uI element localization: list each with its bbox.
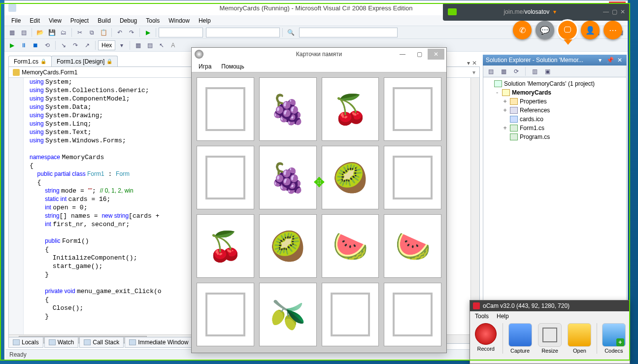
card-back[interactable] [384, 146, 441, 209]
editor-vscrollbar[interactable] [470, 78, 479, 334]
sol-showall-icon[interactable]: ▦ [498, 66, 509, 77]
menu-tools[interactable]: Tools [142, 16, 164, 25]
tree-node[interactable]: +References [484, 106, 625, 115]
game-maximize-button[interactable]: ▢ [411, 49, 428, 60]
sol-viewdesign-icon[interactable]: ▣ [542, 66, 553, 77]
ocam-menu-help[interactable]: Help [494, 312, 512, 321]
step-over-icon[interactable]: ↷ [70, 40, 81, 51]
menu-view[interactable]: View [45, 16, 66, 25]
jm-screen-button[interactable]: 🖵 [558, 21, 577, 39]
joinme-bar[interactable]: join.me/volosatov ▾ — ▢ ✕ [443, 3, 630, 21]
tabs-close-icon[interactable]: ✕ [472, 60, 477, 66]
copy-icon[interactable]: ⧉ [86, 27, 97, 38]
menu-build[interactable]: Build [94, 16, 115, 25]
undo-icon[interactable]: ↶ [114, 27, 125, 38]
menu-debug[interactable]: Debug [116, 16, 141, 25]
game-menu-item[interactable]: Помощь [217, 62, 248, 71]
tb2-dd-icon[interactable]: ▾ [116, 40, 127, 51]
card-blackberry[interactable]: 🍇 [259, 146, 317, 209]
ocam-open-button[interactable]: Open [567, 323, 592, 354]
menu-window[interactable]: Window [165, 16, 194, 25]
pause-icon[interactable]: ⏸ [18, 40, 29, 51]
bottom-tab-immediate-window[interactable]: Immediate Window [125, 337, 193, 348]
tree-node[interactable]: Program.cs [484, 132, 625, 141]
card-cherry[interactable]: 🍒 [322, 77, 379, 141]
card-gooseberry[interactable]: 🥝 [322, 146, 379, 209]
card-back[interactable] [384, 283, 441, 346]
game-minimize-button[interactable]: — [394, 49, 411, 60]
joinme-url[interactable]: join.me/volosatov ▾ [462, 8, 598, 15]
pointer-icon[interactable]: ↖ [156, 40, 167, 51]
card-cherry[interactable]: 🍒 [197, 214, 254, 278]
jm-more-button[interactable]: ⋯ [604, 21, 622, 39]
ocam-window[interactable]: oCam v32.0 (443, 92, 1280, 720) ToolsHel… [470, 300, 630, 364]
expander-icon[interactable]: + [502, 98, 508, 105]
sol-dd-icon[interactable]: ▾ [596, 56, 604, 64]
class-dd-icon[interactable]: ▾ [472, 69, 475, 76]
jm-close-icon[interactable]: ✕ [620, 8, 625, 15]
tree-node[interactable]: +Properties [484, 97, 625, 106]
bottom-tab-call-stack[interactable]: Call Stack [79, 337, 124, 348]
tree-node[interactable]: +Form1.cs [484, 124, 625, 132]
find-icon[interactable]: 🔍 [285, 27, 296, 38]
sol-viewcode-icon[interactable]: ▥ [529, 66, 540, 77]
jm-chat-button[interactable]: 💬 [536, 21, 554, 39]
platform-combo[interactable] [206, 28, 280, 37]
bottom-tab-watch[interactable]: Watch [44, 337, 79, 348]
ocam-resize-button[interactable]: Resize [537, 323, 563, 354]
config-combo[interactable] [159, 28, 203, 37]
menu-file[interactable]: File [7, 16, 25, 25]
sol-properties-icon[interactable]: ▤ [485, 66, 496, 77]
card-back[interactable] [197, 146, 254, 209]
redo-icon[interactable]: ↷ [126, 27, 137, 38]
jm-person-button[interactable]: 👤 [581, 21, 600, 39]
cut-icon[interactable]: ✂ [74, 27, 85, 38]
ocam-menu-tools[interactable]: Tools [472, 312, 492, 321]
sol-refresh-icon[interactable]: ⟳ [511, 66, 522, 77]
jm-min-icon[interactable]: — [603, 8, 609, 15]
step-out-icon[interactable]: ↗ [82, 40, 93, 51]
save-icon[interactable]: 💾 [46, 27, 57, 38]
joinme-dd-icon[interactable]: ▾ [553, 8, 556, 15]
card-back[interactable] [384, 77, 441, 141]
ocam-capture-button[interactable]: Capture [507, 323, 533, 354]
card-olives[interactable]: 🫒 [259, 283, 317, 346]
save-all-icon[interactable]: 🗂 [58, 27, 69, 38]
ocam-codecs-button[interactable]: Codecs [601, 323, 627, 354]
card-gooseberry[interactable]: 🥝 [259, 214, 317, 278]
new-project-icon[interactable]: ▦ [6, 27, 17, 38]
memory-cards-window[interactable]: Карточки памяти — ▢ ✕ ИграПомощь 🍇🍒🍇🥝🍒🥝🍉… [191, 47, 447, 353]
menu-project[interactable]: Project [67, 16, 93, 25]
doc-tab[interactable]: Form1.cs 🔒 [8, 56, 52, 66]
step-into-icon[interactable]: ↘ [58, 40, 69, 51]
menu-help[interactable]: Help [195, 16, 215, 25]
doc-tab[interactable]: Form1.cs [Design] 🔒 [51, 56, 118, 66]
tree-node[interactable]: Solution 'MemoryCards' (1 project) [484, 79, 625, 88]
card-back[interactable] [322, 283, 379, 346]
tree-node[interactable]: -MemoryCards [484, 88, 625, 97]
tree-node[interactable]: cards.ico [484, 115, 625, 124]
sol-pin-icon[interactable]: 📌 [606, 56, 614, 64]
game-close-button[interactable]: ✕ [428, 49, 444, 60]
tb2-a-icon[interactable]: ▦ [133, 40, 143, 51]
tb2-b-icon[interactable]: ▤ [144, 40, 155, 51]
sol-title[interactable]: Solution Explorer - Solution 'Memor... ▾… [483, 55, 627, 66]
tabs-dropdown-icon[interactable]: ▾ [467, 60, 470, 66]
menu-edit[interactable]: Edit [26, 16, 44, 25]
restart-icon[interactable]: ⟲ [42, 40, 53, 51]
ocam-record-button[interactable]: Record [473, 323, 499, 352]
ocam-titlebar[interactable]: oCam v32.0 (443, 92, 1280, 720) [470, 300, 630, 311]
paste-icon[interactable]: 📋 [98, 27, 109, 38]
card-back[interactable] [197, 77, 254, 141]
game-titlebar[interactable]: Карточки памяти — ▢ ✕ [192, 48, 446, 61]
continue-icon[interactable]: ▶ [6, 40, 17, 51]
find-combo[interactable] [299, 28, 398, 37]
jm-phone-button[interactable]: ✆ [513, 21, 532, 39]
expander-icon[interactable]: + [502, 125, 508, 132]
jm-max-icon[interactable]: ▢ [612, 8, 617, 15]
card-watermelon[interactable]: 🍉 [322, 214, 379, 278]
hex-toggle[interactable]: Hex [98, 40, 115, 50]
card-blackberry[interactable]: 🍇 [259, 77, 317, 141]
stop-icon[interactable]: ⏹ [30, 40, 41, 51]
add-item-icon[interactable]: ▤ [18, 27, 29, 38]
